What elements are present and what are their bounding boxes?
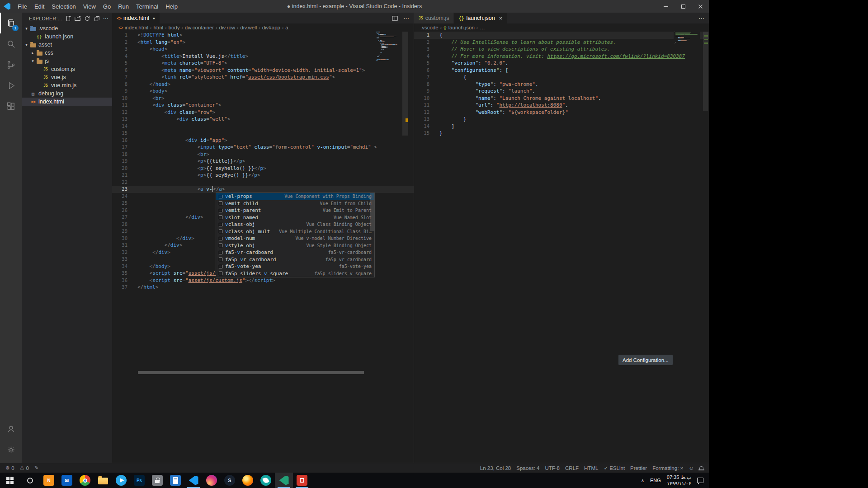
taskbar-leaf-app[interactable] (257, 473, 275, 488)
status-eol[interactable]: CRLF (562, 463, 581, 473)
sidebar-more-actions-icon[interactable]: ⋯ (103, 15, 108, 22)
suggestion-fa5p-vr-cardboard[interactable]: fa5p-vr-cardboardfa5p-vr-cardboard (216, 256, 374, 263)
code-line[interactable]: 8 </head> (112, 81, 414, 88)
status-prettier[interactable]: Prettier (627, 463, 650, 473)
taskbar-vscode[interactable] (184, 473, 203, 488)
suggestion-fa5-vote-yea[interactable]: fa5-vote-yeafa5-vote-yea (216, 263, 374, 270)
activity-source-control[interactable] (0, 54, 22, 75)
taskbar-instagram[interactable] (203, 473, 221, 488)
code-line[interactable]: 3 // Hover to view descriptions of exist… (414, 46, 709, 53)
menu-help[interactable]: Help (162, 1, 181, 12)
collapse-folders-icon[interactable] (94, 15, 100, 22)
code-line[interactable]: 5 <meta charset="UTF-8"> (112, 60, 414, 67)
code-line[interactable]: 23 <a v-</a> (112, 186, 414, 193)
horizontal-scrollbar-left[interactable] (138, 371, 364, 374)
taskbar-photoshop[interactable]: Ps (130, 473, 148, 488)
status-notifications[interactable] (697, 463, 706, 473)
menu-edit[interactable]: Edit (31, 1, 48, 12)
close-button[interactable] (692, 0, 709, 13)
breadcrumb-index.html[interactable]: <>index.html (118, 25, 148, 30)
status-errors[interactable]: ⊗0 (3, 463, 17, 473)
tree-item-.vscode[interactable]: ▾.vscode (22, 24, 112, 33)
taskbar-mail[interactable]: ✉ (58, 473, 76, 488)
code-area-right[interactable]: 1{2 // Use IntelliSense to learn about p… (414, 32, 709, 463)
split-editor-icon[interactable] (392, 15, 398, 22)
status-encoding[interactable]: UTF-8 (542, 463, 562, 473)
status-language-mode[interactable]: HTML (581, 463, 601, 473)
menu-view[interactable]: View (80, 1, 99, 12)
status-pencil[interactable]: ✎ (32, 463, 41, 473)
tray-chevron-icon[interactable]: ∧ (641, 478, 644, 483)
code-line[interactable]: 6 "configurations": [ (414, 67, 709, 74)
code-line[interactable]: 17 <input type="text" class="form-contro… (112, 144, 414, 151)
code-line[interactable]: 7 <link rel="stylesheet" href="asset/css… (112, 74, 414, 81)
more-actions-icon[interactable]: ⋯ (403, 15, 409, 22)
taskbar-red-app[interactable] (293, 473, 311, 488)
code-line[interactable]: 12 "webRoot": "${workspaceFolder}" (414, 109, 709, 116)
code-line[interactable]: 16 <div id="app"> (112, 137, 414, 144)
status-eslint[interactable]: ✓ ESLint (601, 463, 627, 473)
suggestion-vclass-obj[interactable]: vclass-objVue Class Binding Object (216, 221, 374, 228)
code-line[interactable]: 3 <head> (112, 46, 414, 53)
maximize-button[interactable] (675, 0, 692, 13)
breadcrumb-div.well[interactable]: div.well (240, 25, 257, 30)
code-line[interactable]: 1{ (414, 32, 709, 39)
tree-item-debug.log[interactable]: ▤debug.log (22, 89, 112, 98)
code-line[interactable]: 9 <body> (112, 88, 414, 95)
taskbar-nox-player[interactable]: N (40, 473, 58, 488)
code-line[interactable]: 15} (414, 130, 709, 137)
menu-run[interactable]: Run (114, 1, 132, 12)
suggestion-vel-props[interactable]: vel-propsVue Component with Props Bindin… (216, 193, 374, 200)
code-line[interactable]: 21 <p>{{ seyBye() }}</p> (112, 172, 414, 179)
refresh-icon[interactable] (84, 15, 90, 22)
tree-item-launch.json[interactable]: {}launch.json (22, 33, 112, 41)
tab-custom.js[interactable]: JScustom.js (414, 13, 454, 23)
status-indentation[interactable]: Spaces: 4 (514, 463, 542, 473)
status-warnings[interactable]: ⚠0 (17, 463, 32, 473)
activity-extensions[interactable] (0, 96, 22, 117)
status-formatting[interactable]: Formatting: × (650, 463, 686, 473)
tree-item-index.html[interactable]: <>index.html (22, 98, 112, 106)
code-line[interactable]: 11 "url": "http://localhost:8080", (414, 102, 709, 109)
code-line[interactable]: 5 "version": "0.2.0", (414, 60, 709, 67)
taskbar-steam[interactable]: S (221, 473, 239, 488)
code-line[interactable]: 8 "type": "pwa-chrome", (414, 81, 709, 88)
taskbar-firefox[interactable] (239, 473, 257, 488)
code-line[interactable]: 12 <div class="row"> (112, 109, 414, 116)
suggestion-vslot-named[interactable]: vslot-namedVue Named Slot (216, 214, 374, 221)
suggestion-fa5-vr-cardboard[interactable]: fa5-vr-cardboardfa5-vr-cardboard (216, 249, 374, 256)
code-line[interactable]: 36 <script src="asset/js/custom.js"></sc… (112, 277, 414, 284)
suggestion-vclass-obj-mult[interactable]: vclass-obj-multVue Multiple Conditional … (216, 228, 374, 235)
suggestion-vemit-parent[interactable]: vemit-parentVue Emit to Parent (216, 207, 374, 214)
language-indicator[interactable]: ENG (650, 478, 661, 483)
code-line[interactable]: 13 } (414, 116, 709, 123)
suggest-scrollbar[interactable] (370, 193, 374, 231)
menu-go[interactable]: Go (99, 1, 114, 12)
breadcrumb-html[interactable]: html (153, 25, 163, 30)
close-tab-icon[interactable]: × (499, 15, 503, 22)
breadcrumb-…[interactable]: … (480, 25, 485, 30)
tree-item-vue.min.js[interactable]: JSvue.min.js (22, 81, 112, 89)
activity-explorer[interactable]: 1 (0, 13, 22, 33)
code-line[interactable]: 7 { (414, 74, 709, 81)
more-actions-icon[interactable]: ⋯ (698, 15, 704, 22)
breadcrumb-div.row[interactable]: div.row (219, 25, 236, 30)
tree-item-css[interactable]: ▸css (22, 49, 112, 57)
taskbar-vscode-insiders[interactable] (275, 473, 293, 488)
minimize-button[interactable] (657, 0, 675, 13)
breadcrumb-launch.json[interactable]: {}launch.json (443, 25, 475, 30)
status-cursor-position[interactable]: Ln 23, Col 28 (477, 463, 514, 473)
suggestion-vstyle-obj[interactable]: vstyle-objVue Style Binding Object (216, 242, 374, 249)
breadcrumb-a[interactable]: a (285, 25, 288, 30)
tab-launch.json[interactable]: {}launch.json× (454, 13, 507, 23)
code-line[interactable]: 6 <meta name="viewport" content="width=d… (112, 67, 414, 74)
breadcrumb-.vscode[interactable]: .vscode (420, 25, 439, 30)
menu-selection[interactable]: Selection (48, 1, 79, 12)
new-file-icon[interactable] (65, 15, 71, 22)
account-button[interactable] (0, 418, 22, 439)
code-line[interactable]: 9 "request": "launch", (414, 88, 709, 95)
menu-terminal[interactable]: Terminal (132, 1, 162, 12)
code-line[interactable]: 18 <br> (112, 151, 414, 158)
tree-item-asset[interactable]: ▾asset (22, 41, 112, 49)
activity-run-debug[interactable] (0, 75, 22, 96)
